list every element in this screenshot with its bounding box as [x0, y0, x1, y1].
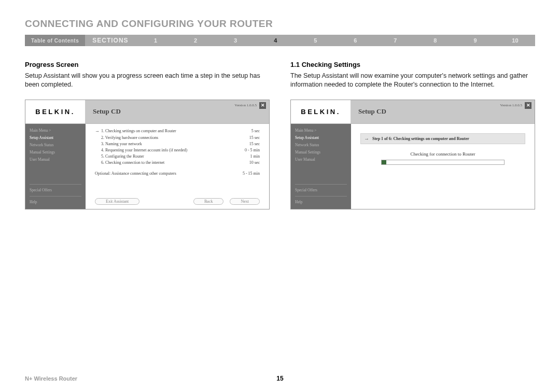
version-label: Version 1.0.0.5	[235, 103, 257, 107]
section-link-10[interactable]: 10	[495, 37, 535, 44]
step-row: 4. Requesting your Internet account info…	[95, 147, 260, 153]
sidebar-item[interactable]: Network Status	[295, 142, 347, 149]
step-time: 15 sec	[235, 135, 260, 140]
page-title: CONNECTING AND CONFIGURING YOUR ROUTER	[25, 18, 535, 30]
arrow-right-icon	[95, 135, 101, 140]
screenshot-checking: BELKIN. Setup CD Version 1.0.0.5 ✕ Main …	[290, 100, 535, 209]
main-panel: →1. Checking settings on computer and Ro…	[86, 124, 269, 209]
sidebar: Main Menu >Setup AssistantNetwork Status…	[25, 124, 86, 209]
step-row: →1. Checking settings on computer and Ro…	[95, 128, 260, 135]
sidebar-item[interactable]: Manual Settings	[30, 149, 81, 156]
special-offers-link[interactable]: Special Offers	[30, 187, 81, 194]
exit-assistant-button[interactable]: Exit Assistant	[95, 198, 139, 205]
step-time: 1 min	[235, 154, 260, 159]
sidebar-item[interactable]: Main Menu >	[295, 127, 347, 134]
main-panel: → Step 1 of 6: Checking settings on comp…	[351, 124, 535, 209]
close-icon[interactable]: ✕	[259, 102, 266, 109]
step-label: 3. Naming your network	[101, 142, 235, 146]
arrow-right-icon	[95, 154, 101, 159]
sidebar-item[interactable]: Network Status	[30, 142, 81, 149]
arrow-right-icon	[95, 160, 101, 165]
checking-status: Checking for connection to Router	[360, 151, 525, 157]
back-button[interactable]: Back	[193, 198, 223, 205]
sidebar-item[interactable]: User Manual	[295, 156, 347, 163]
section-link-9[interactable]: 9	[455, 37, 495, 44]
toc-link[interactable]: Table of Contents	[25, 35, 85, 46]
optional-time: 5 - 15 min	[243, 171, 260, 176]
step-label: 1. Checking settings on computer and Rou…	[101, 129, 235, 134]
product-name: N+ Wireless Router	[25, 375, 77, 382]
sidebar-item[interactable]: Setup Assistant	[30, 134, 81, 142]
section-link-1[interactable]: 1	[136, 37, 176, 44]
step-label: 4. Requesting your Internet account info…	[101, 148, 235, 152]
version-label: Version 1.0.0.5	[500, 103, 522, 107]
arrow-right-icon: →	[95, 129, 101, 134]
right-body: The Setup Assistant will now examine you…	[290, 72, 535, 89]
section-link-7[interactable]: 7	[375, 37, 415, 44]
left-column: Progress Screen Setup Assistant will sho…	[25, 61, 270, 209]
step-row: 2. Verifying hardware connections15 sec	[95, 135, 260, 141]
setup-cd-title: Setup CD	[93, 107, 121, 116]
step-time: 10 sec	[235, 160, 260, 165]
next-button[interactable]: Next	[230, 198, 260, 205]
special-offers-link[interactable]: Special Offers	[295, 187, 347, 194]
page-number: 15	[276, 375, 283, 382]
step-label: 2. Verifying hardware connections	[101, 135, 235, 140]
left-body: Setup Assistant will show you a progress…	[25, 72, 270, 89]
section-link-8[interactable]: 8	[415, 37, 455, 44]
step-time: 5 sec	[235, 129, 260, 134]
section-link-3[interactable]: 3	[216, 37, 256, 44]
close-icon[interactable]: ✕	[525, 102, 531, 109]
belkin-logo: BELKIN.	[25, 100, 86, 123]
right-heading: 1.1 Checking Settings	[290, 61, 535, 68]
section-link-2[interactable]: 2	[176, 37, 216, 44]
sidebar-item[interactable]: Main Menu >	[30, 127, 81, 134]
progress-bar	[381, 160, 505, 165]
arrow-right-icon	[95, 142, 101, 146]
section-link-4[interactable]: 4	[256, 37, 296, 44]
arrow-right-icon: →	[364, 136, 369, 142]
sidebar: Main Menu >Setup AssistantNetwork Status…	[291, 124, 351, 209]
step-row: 3. Naming your network15 sec	[95, 141, 260, 147]
setup-cd-title: Setup CD	[358, 107, 386, 116]
help-link[interactable]: Help	[30, 199, 81, 206]
step-time: 15 sec	[235, 142, 260, 146]
step-label: 5. Configuring the Router	[101, 154, 235, 159]
section-nav: Table of Contents SECTIONS 12345678910	[25, 35, 535, 46]
arrow-right-icon	[95, 148, 101, 152]
belkin-logo: BELKIN.	[291, 100, 351, 123]
sections-label: SECTIONS	[85, 35, 135, 46]
sidebar-item[interactable]: User Manual	[30, 156, 81, 163]
section-link-6[interactable]: 6	[335, 37, 375, 44]
step-row: 5. Configuring the Router1 min	[95, 153, 260, 160]
right-column: 1.1 Checking Settings The Setup Assistan…	[290, 61, 535, 209]
screenshot-progress: BELKIN. Setup CD Version 1.0.0.5 ✕ Main …	[25, 100, 270, 209]
optional-label: Optional: Assistance connecting other co…	[95, 171, 176, 176]
page-footer: N+ Wireless Router 15	[25, 375, 535, 382]
section-link-5[interactable]: 5	[296, 37, 335, 44]
step-time: 0 - 5 min	[235, 148, 260, 152]
left-heading: Progress Screen	[25, 61, 270, 68]
sidebar-item[interactable]: Setup Assistant	[295, 134, 347, 142]
step-label: 6. Checking connection to the internet	[101, 160, 235, 165]
step-banner: → Step 1 of 6: Checking settings on comp…	[360, 133, 525, 144]
step-row: 6. Checking connection to the internet10…	[95, 160, 260, 166]
sidebar-item[interactable]: Manual Settings	[295, 149, 347, 156]
help-link[interactable]: Help	[295, 199, 347, 206]
